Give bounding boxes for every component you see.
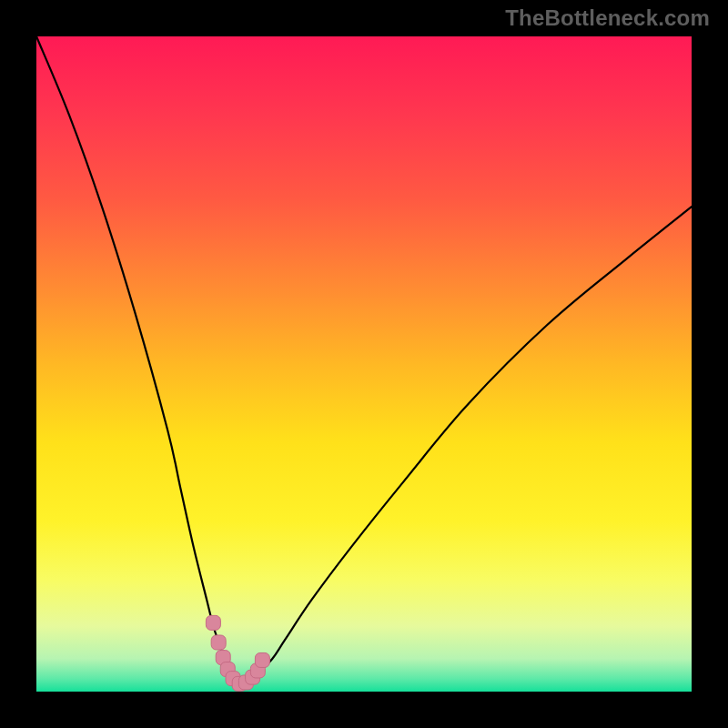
figure-root: TheBottleneck.com — [0, 0, 728, 728]
watermark-label: TheBottleneck.com — [505, 5, 710, 31]
chart-overlay — [36, 36, 692, 692]
highlight-marker — [211, 635, 226, 650]
highlight-marker — [255, 652, 269, 667]
plot-area — [36, 36, 692, 692]
bottleneck-curve — [36, 36, 692, 686]
highlight-marker — [206, 615, 220, 630]
highlight-markers — [206, 615, 269, 691]
